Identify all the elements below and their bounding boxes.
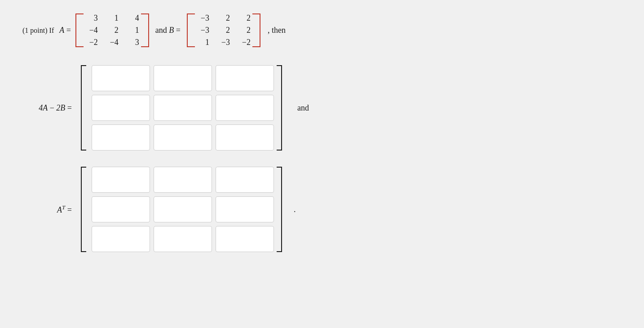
b-cell-1-1: 2 <box>217 26 230 35</box>
answer1-bracket-right <box>277 65 285 151</box>
answer-grid-1 <box>92 65 274 151</box>
and-b-equals: and B = <box>155 26 181 35</box>
input-1-1-1[interactable] <box>154 95 212 121</box>
b-cell-2-2: −2 <box>238 38 251 47</box>
b-cell-1-0: −3 <box>197 26 209 35</box>
matrix-B-display: −3 2 2 −3 2 2 1 −3 −2 <box>187 13 260 47</box>
answer2-bracket-left <box>81 167 89 252</box>
a-cell-1-2: 1 <box>127 26 139 35</box>
matrix-b-bracket-left <box>187 13 195 47</box>
input-1-1-0[interactable] <box>92 95 150 121</box>
input-1-2-1[interactable] <box>154 124 212 151</box>
input-1-0-0[interactable] <box>92 65 150 91</box>
equals-sign-b: = <box>176 26 181 35</box>
expr1-label: 4A − 2B = <box>22 103 72 113</box>
expr2-label: AT = <box>22 204 72 215</box>
problem-container: (1 point) If A = 3 1 4 −4 2 1 −2 −4 3 <box>18 13 626 252</box>
a-cell-0-2: 4 <box>127 13 139 23</box>
and-suffix: and <box>297 103 309 113</box>
then-label: , then <box>268 26 286 35</box>
input-2-0-2[interactable] <box>216 167 274 193</box>
answer-grid-2 <box>92 167 274 252</box>
matrix-a-cells: 3 1 4 −4 2 1 −2 −4 3 <box>85 13 139 47</box>
a-cell-2-2: 3 <box>127 38 139 47</box>
a-cell-2-0: −2 <box>85 38 98 47</box>
answer-section-1: 4A − 2B = and <box>18 65 626 151</box>
and-text: and <box>155 26 169 35</box>
input-2-1-2[interactable] <box>216 196 274 222</box>
input-2-1-0[interactable] <box>92 196 150 222</box>
b-cell-0-0: −3 <box>197 13 209 23</box>
a-cell-0-1: 1 <box>106 13 119 23</box>
input-1-0-1[interactable] <box>154 65 212 91</box>
matrix-b-cells: −3 2 2 −3 2 2 1 −3 −2 <box>197 13 251 47</box>
input-2-2-1[interactable] <box>154 226 212 252</box>
answer1-bracket-left <box>81 65 89 151</box>
var-A: A <box>59 26 64 35</box>
input-1-2-2[interactable] <box>216 124 274 151</box>
a-cell-1-0: −4 <box>85 26 98 35</box>
input-2-1-1[interactable] <box>154 196 212 222</box>
input-2-0-1[interactable] <box>154 167 212 193</box>
input-1-1-2[interactable] <box>216 95 274 121</box>
matrix-a-label: A = <box>59 26 71 35</box>
point-label: (1 point) If <box>22 27 54 35</box>
matrix-a-bracket-left <box>75 13 84 47</box>
input-2-2-0[interactable] <box>92 226 150 252</box>
matrix-a-bracket-right <box>141 13 149 47</box>
equals-sign-a: = <box>66 26 71 35</box>
a-cell-1-1: 2 <box>106 26 119 35</box>
answer-matrix-1-wrap <box>81 65 285 151</box>
b-cell-0-1: 2 <box>217 13 230 23</box>
answer-matrix-2-wrap <box>81 167 285 252</box>
input-2-0-0[interactable] <box>92 167 150 193</box>
question-row: (1 point) If A = 3 1 4 −4 2 1 −2 −4 3 <box>18 13 626 47</box>
input-1-2-0[interactable] <box>92 124 150 151</box>
answer-section-2: AT = . <box>18 167 626 252</box>
input-1-0-2[interactable] <box>216 65 274 91</box>
b-cell-2-0: 1 <box>197 38 209 47</box>
matrix-b-bracket-right <box>252 13 260 47</box>
answer2-bracket-right <box>277 167 285 252</box>
var-B: B <box>169 26 174 35</box>
matrix-A-display: 3 1 4 −4 2 1 −2 −4 3 <box>75 13 149 47</box>
b-cell-0-2: 2 <box>238 13 251 23</box>
input-2-2-2[interactable] <box>216 226 274 252</box>
period-suffix: . <box>294 205 296 214</box>
b-cell-2-1: −3 <box>217 38 230 47</box>
b-cell-1-2: 2 <box>238 26 251 35</box>
a-cell-2-1: −4 <box>106 38 119 47</box>
a-cell-0-0: 3 <box>85 13 98 23</box>
